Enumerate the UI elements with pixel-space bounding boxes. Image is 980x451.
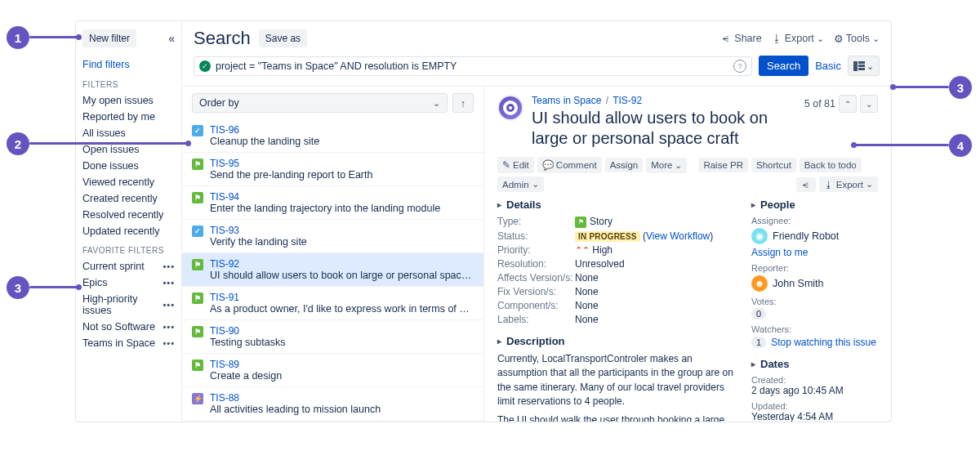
issue-row[interactable]: ⚑TIS-94Enter the landing trajectory into…	[182, 186, 483, 220]
detail-view-icon	[853, 61, 865, 71]
filter-actions-icon[interactable]: •••	[163, 338, 175, 348]
issue-row[interactable]: ⚑TIS-89Create a design	[182, 354, 483, 387]
header: Search Save as ⪪Share ⭳Export ⚙Tools	[182, 21, 891, 52]
issue-row[interactable]: ✓TIS-96Cleanup the landing site	[182, 119, 483, 153]
project-link[interactable]: Teams in Space	[532, 95, 601, 106]
details-section-title[interactable]: Details	[497, 199, 738, 211]
issue-key: TIS-95	[210, 158, 474, 169]
favorites-list: Current sprint•••Epics•••High-priority i…	[82, 258, 175, 351]
search-button[interactable]: Search	[759, 56, 808, 76]
filter-item[interactable]: Reported by me	[82, 109, 175, 125]
admin-button[interactable]: Admin	[497, 176, 544, 192]
callout-4: 4	[949, 134, 972, 157]
callout-line-4	[853, 144, 949, 146]
new-filter-button[interactable]: New filter	[82, 29, 136, 47]
story-icon: ⚑	[192, 192, 203, 203]
issue-row[interactable]: ⚑TIS-95Send the pre-landing report to Ea…	[182, 153, 483, 186]
view-workflow-link[interactable]: View Workflow	[646, 230, 710, 242]
issue-summary: Testing subtasks	[210, 337, 474, 348]
share-button[interactable]: ⪪Share	[721, 33, 761, 44]
epic-icon: ⚡	[192, 393, 203, 404]
issue-key-link[interactable]: TIS-92	[612, 95, 642, 106]
assign-to-me-link[interactable]: Assign to me	[751, 247, 808, 258]
story-icon: ⚑	[192, 159, 203, 170]
edit-button[interactable]: ✎Edit	[497, 157, 534, 173]
pager-next[interactable]: ⌄	[860, 95, 878, 113]
breadcrumb: Teams in Space / TIS-92	[532, 95, 768, 106]
main-area: Search Save as ⪪Share ⭳Export ⚙Tools ✓ p…	[182, 21, 891, 422]
share-issue-button[interactable]: ⪪	[796, 177, 816, 192]
svg-rect-3	[858, 68, 865, 70]
raise-pr-button[interactable]: Raise PR	[698, 158, 748, 172]
issue-row[interactable]: ⚑TIS-90Testing subtasks	[182, 320, 483, 354]
svg-rect-2	[858, 65, 865, 67]
favorite-filter-item[interactable]: Epics•••	[82, 275, 175, 291]
filter-item[interactable]: Updated recently	[82, 223, 175, 239]
jql-help-icon[interactable]: ?	[733, 60, 746, 73]
pager-text: 5 of 81	[804, 98, 835, 109]
description-section-title[interactable]: Description	[497, 335, 738, 347]
stop-watching-link[interactable]: Stop watching this issue	[771, 337, 876, 348]
issue-row[interactable]: ✓TIS-93Verify the landing site	[182, 220, 483, 253]
filter-item[interactable]: All issues	[82, 125, 175, 141]
filter-item[interactable]: My open issues	[82, 92, 175, 109]
collapse-sidebar-icon[interactable]: «	[168, 32, 175, 45]
favorite-filter-item[interactable]: High-priority issues•••	[82, 291, 175, 319]
issue-row[interactable]: ⚑TIS-91As a product owner, I'd like to e…	[182, 287, 483, 320]
filter-item[interactable]: Done issues	[82, 158, 175, 174]
filter-item[interactable]: Viewed recently	[82, 174, 175, 190]
issue-row[interactable]: ⚡TIS-88All activities leading to mission…	[182, 387, 483, 421]
filter-actions-icon[interactable]: •••	[163, 261, 175, 271]
watchers-count: 1	[751, 337, 766, 348]
svg-rect-0	[853, 61, 858, 71]
basic-mode-link[interactable]: Basic	[815, 60, 841, 72]
filter-actions-icon[interactable]: •••	[163, 300, 175, 310]
find-filters-link[interactable]: Find filters	[82, 59, 175, 70]
content-split: Order by ↑ ✓TIS-96Cleanup the landing si…	[182, 86, 891, 422]
more-button[interactable]: More	[646, 158, 687, 173]
export-issue-button[interactable]: ⭳Export	[819, 176, 878, 192]
votes-count: 0	[751, 308, 766, 319]
back-to-todo-button[interactable]: Back to todo	[800, 158, 862, 172]
task-icon: ✓	[192, 125, 203, 136]
story-icon: ⚑	[192, 259, 203, 270]
callout-3a: 3	[7, 276, 29, 299]
filter-item[interactable]: Resolved recently	[82, 207, 175, 223]
issues-scroll[interactable]: ✓TIS-96Cleanup the landing site⚑TIS-95Se…	[182, 119, 483, 422]
description-p1: Currently, LocalTransportControler makes…	[497, 352, 738, 409]
view-toggle[interactable]	[848, 56, 880, 76]
dates-section-title[interactable]: Dates	[751, 358, 878, 370]
reporter-avatar: ☻	[751, 275, 768, 292]
people-section-title[interactable]: People	[751, 199, 878, 211]
order-by-select[interactable]: Order by	[192, 93, 448, 113]
jql-input[interactable]: ✓ project = "Teams in Space" AND resolut…	[194, 56, 752, 76]
issue-row[interactable]: ⚑TIS-87Secure communication channel for …	[182, 421, 483, 422]
issue-row[interactable]: ⚑TIS-92UI should allow users to book on …	[182, 253, 483, 287]
export-button[interactable]: ⭳Export	[772, 33, 824, 44]
callout-line-3b	[893, 86, 949, 88]
filter-actions-icon[interactable]: •••	[163, 322, 175, 332]
issue-summary: UI should allow users to book on large o…	[210, 270, 474, 281]
tools-button[interactable]: ⚙Tools	[834, 33, 880, 45]
pager-prev[interactable]: ⌃	[839, 95, 857, 113]
filter-item[interactable]: Created recently	[82, 190, 175, 207]
jql-text: project = "Teams in Space" AND resolutio…	[216, 60, 728, 72]
issue-summary: As a product owner, I'd like to express …	[210, 303, 474, 315]
save-as-button[interactable]: Save as	[259, 29, 307, 47]
story-icon: ⚑	[192, 359, 203, 371]
project-avatar	[497, 95, 523, 121]
assignee-avatar: ◉	[751, 228, 768, 244]
shortcut-button[interactable]: Shortcut	[751, 158, 796, 172]
filter-actions-icon[interactable]: •••	[163, 278, 175, 288]
comment-button[interactable]: 💬Comment	[537, 157, 602, 173]
assign-button[interactable]: Assign	[605, 158, 644, 172]
favorite-filter-item[interactable]: Teams in Space•••	[82, 335, 175, 351]
sort-direction-button[interactable]: ↑	[452, 93, 474, 113]
callout-2: 2	[7, 132, 29, 155]
page-title: Search	[194, 28, 251, 49]
favorite-filter-item[interactable]: Current sprint•••	[82, 258, 175, 275]
favorite-filter-item[interactable]: Not so Software•••	[82, 319, 175, 335]
issue-title: UI should allow users to book on large o…	[532, 108, 768, 149]
svg-point-6	[509, 106, 512, 109]
issue-toolbar: ✎Edit 💬Comment Assign More Raise PR Shor…	[497, 157, 878, 192]
